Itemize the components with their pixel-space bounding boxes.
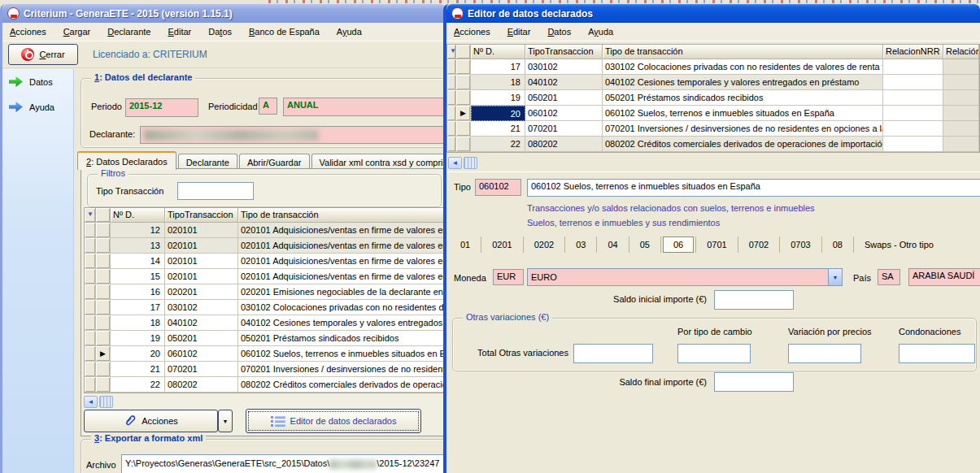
menu-item-acciones[interactable]: Acciones bbox=[10, 27, 46, 37]
moneda-code-field[interactable]: EUR bbox=[493, 269, 524, 285]
row-header-cell[interactable] bbox=[96, 269, 111, 284]
cell-code[interactable]: 080202 bbox=[165, 377, 238, 393]
current-row-marker[interactable]: ▶ bbox=[456, 106, 471, 121]
code-tab-0703[interactable]: 0703 bbox=[780, 239, 821, 250]
table-row-17[interactable]: 17030102030102 Colocaciones privadas con… bbox=[85, 300, 446, 315]
table-row-22[interactable]: 22080202080202 Créditos comerciales deri… bbox=[85, 377, 446, 393]
cell-num[interactable]: 18 bbox=[471, 75, 525, 90]
cell-code[interactable]: 020101 bbox=[165, 223, 238, 238]
cell-code[interactable]: 070201 bbox=[525, 121, 603, 137]
cell-code[interactable]: 050201 bbox=[525, 90, 603, 106]
code-tab-05[interactable]: 05 bbox=[629, 239, 660, 250]
row-header-cell[interactable] bbox=[456, 137, 471, 152]
menu-item-declarante[interactable]: Declarante bbox=[107, 27, 150, 37]
cell-num[interactable]: 22 bbox=[111, 377, 165, 393]
column-header-n-d[interactable]: Nº D. bbox=[471, 45, 525, 59]
cell-num[interactable]: 17 bbox=[471, 59, 525, 75]
cell-desc[interactable]: 060102 Suelos, terrenos e inmuebles situ… bbox=[603, 106, 883, 121]
cell-desc[interactable]: 080202 Créditos comerciales derivados de… bbox=[603, 137, 883, 152]
menu-item-datos[interactable]: Datos bbox=[208, 27, 232, 37]
cell-num[interactable]: 18 bbox=[111, 315, 165, 331]
periodo-field[interactable]: 2015-12 bbox=[125, 98, 198, 117]
code-tab-01[interactable]: 01 bbox=[450, 239, 481, 250]
chevron-down-icon[interactable]: ▼ bbox=[828, 269, 842, 285]
row-header-cell[interactable] bbox=[96, 300, 111, 315]
scroll-grip[interactable] bbox=[464, 157, 477, 169]
cell-desc[interactable]: 050201 Préstamos sindicados recibidos bbox=[603, 90, 883, 106]
table-row-13[interactable]: 13020101020101 Adquisiciones/ventas en f… bbox=[85, 238, 446, 254]
tab-validar-xml-contra-xsd-y-comprimir-en-zi[interactable]: Validar xml contra xsd y comprimir en zi bbox=[311, 154, 446, 170]
table-row-19[interactable]: 19050201050201 Préstamos sindicados reci… bbox=[447, 90, 979, 106]
code-tab-0702[interactable]: 0702 bbox=[738, 239, 779, 250]
cell-num[interactable]: 20 bbox=[471, 106, 525, 121]
column-header-tipotransaccion[interactable]: TipoTransaccion bbox=[165, 208, 238, 223]
saldo-inicial-input[interactable] bbox=[714, 290, 794, 310]
cell-relacion[interactable] bbox=[943, 137, 979, 152]
cell-num[interactable]: 20 bbox=[111, 346, 165, 362]
table-row-14[interactable]: 14020101020101 Adquisiciones/ventas en f… bbox=[85, 254, 446, 269]
code-tab-0202[interactable]: 0202 bbox=[524, 239, 564, 250]
cell-num[interactable]: 21 bbox=[471, 121, 525, 137]
declarante-field[interactable] bbox=[140, 126, 446, 144]
code-tab-0201[interactable]: 0201 bbox=[481, 239, 522, 250]
tab-declarante[interactable]: Declarante bbox=[178, 154, 237, 170]
cell-num[interactable]: 16 bbox=[111, 284, 165, 300]
table-row-16[interactable]: 16020201020201 Emisiones negociables de … bbox=[85, 284, 446, 300]
cell-desc[interactable]: 060102 Suelos, terrenos e inmuebles situ… bbox=[238, 346, 446, 362]
cell-code[interactable]: 020101 bbox=[165, 238, 238, 254]
cell-relacion[interactable] bbox=[943, 59, 979, 75]
current-row-marker[interactable]: ▶ bbox=[96, 346, 111, 362]
cell-relacionnrr[interactable] bbox=[883, 137, 943, 152]
cell-desc[interactable]: 020101 Adquisiciones/ventas en firme de … bbox=[238, 254, 446, 269]
filter-icon-header[interactable]: ▼ bbox=[447, 45, 456, 59]
periodicidad-name-field[interactable]: ANUAL bbox=[283, 98, 446, 116]
table-row-19[interactable]: 19050201050201 Préstamos sindicados reci… bbox=[85, 331, 446, 346]
cell-desc[interactable]: 040102 Cesiones temporales y valores ent… bbox=[238, 315, 446, 331]
code-tab-03[interactable]: 03 bbox=[565, 239, 596, 250]
cerrar-button[interactable]: Cerrar bbox=[8, 44, 78, 65]
editor-datos-button[interactable]: Editor de datos declarados bbox=[246, 409, 421, 433]
cell-num[interactable]: 14 bbox=[111, 254, 165, 269]
cell-relacionnrr[interactable] bbox=[883, 90, 943, 106]
left-titlebar[interactable]: Criterium - GeneraETE - 2015 (versión 1.… bbox=[2, 4, 446, 23]
column-header-tipotransaccion[interactable]: TipoTransaccion bbox=[525, 45, 603, 59]
row-header-cell[interactable] bbox=[456, 75, 471, 90]
scroll-left-icon[interactable]: ◄ bbox=[84, 396, 98, 408]
menu-item-editar[interactable]: Editar bbox=[507, 27, 531, 37]
sidebar-item-datos[interactable]: Datos bbox=[2, 69, 73, 94]
cell-code[interactable]: 060102 bbox=[165, 346, 238, 362]
cell-relacionnrr[interactable] bbox=[883, 121, 943, 137]
pais-code-field[interactable]: SA bbox=[878, 269, 900, 285]
cell-desc[interactable]: 020101 Adquisiciones/ventas en firme de … bbox=[238, 269, 446, 284]
cell-code[interactable]: 030102 bbox=[525, 59, 603, 75]
cell-num[interactable]: 19 bbox=[471, 90, 525, 106]
condonaciones-input[interactable] bbox=[899, 344, 975, 363]
tipo-transaccion-filter-input[interactable] bbox=[177, 182, 254, 200]
acciones-dropdown-button[interactable]: ▼ bbox=[218, 410, 233, 432]
cell-code[interactable]: 020101 bbox=[165, 269, 238, 284]
tab-2-datos-declarados[interactable]: 2: Datos Declarados bbox=[77, 151, 176, 170]
row-header-cell[interactable] bbox=[456, 59, 471, 75]
table-row-21[interactable]: 21070201070201 Inversiones / desinversio… bbox=[447, 121, 979, 137]
code-tab-04[interactable]: 04 bbox=[597, 239, 628, 250]
table-row-17[interactable]: 17030102030102 Colocaciones privadas con… bbox=[447, 59, 979, 75]
cell-code[interactable]: 030102 bbox=[165, 300, 238, 315]
code-tab-06[interactable]: 06 bbox=[663, 236, 694, 253]
cell-relacion[interactable] bbox=[943, 90, 979, 106]
row-header-cell[interactable] bbox=[96, 223, 111, 238]
menu-item-datos[interactable]: Datos bbox=[547, 27, 571, 37]
cell-desc[interactable]: 070201 Inversiones / desinversiones de n… bbox=[603, 121, 883, 137]
cell-code[interactable]: 060102 bbox=[525, 106, 603, 121]
tipo-desc-field[interactable]: 060102 Suelos, terrenos e inmuebles situ… bbox=[527, 179, 980, 197]
total-otras-input[interactable] bbox=[573, 344, 653, 363]
menu-item-banco-de-espa-a[interactable]: Banco de España bbox=[249, 27, 320, 37]
moneda-combobox[interactable]: EURO ▼ bbox=[527, 268, 843, 286]
column-header-n-d[interactable]: Nº D. bbox=[111, 208, 165, 223]
cell-desc[interactable]: 020101 Adquisiciones/ventas en firme de … bbox=[238, 223, 446, 238]
table-row-22[interactable]: 22080202080202 Créditos comerciales deri… bbox=[447, 137, 979, 152]
menu-item-editar[interactable]: Editar bbox=[168, 27, 192, 37]
cell-num[interactable]: 12 bbox=[111, 223, 165, 238]
code-tab-swaps-otro-tipo[interactable]: Swaps - Otro tipo bbox=[854, 239, 944, 250]
row-header-cell[interactable] bbox=[96, 331, 111, 346]
row-header-cell[interactable] bbox=[456, 90, 471, 106]
